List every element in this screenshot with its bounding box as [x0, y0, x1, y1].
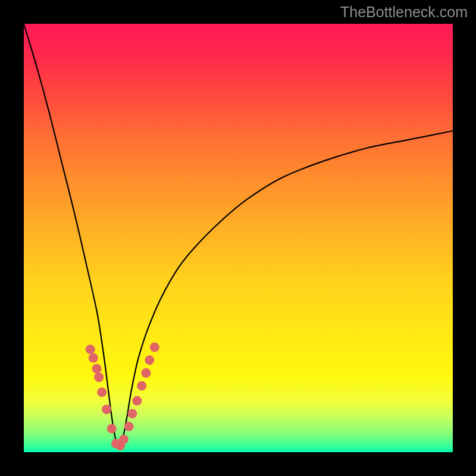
curve-marker — [137, 381, 146, 390]
curve-marker — [124, 422, 134, 431]
curve-marker — [150, 343, 159, 352]
curve-marker — [97, 387, 107, 397]
curve-marker — [86, 345, 95, 354]
bottleneck-curve-layer — [24, 24, 453, 452]
curve-marker — [102, 405, 111, 414]
curve-marker — [119, 434, 129, 444]
curve-marker — [141, 368, 151, 378]
plot-area — [24, 24, 453, 452]
curve-marker — [92, 364, 102, 374]
curve-marker — [127, 409, 137, 418]
chart-frame: TheBottleneck.com — [0, 0, 476, 476]
bottleneck-curve — [24, 24, 453, 448]
curve-marker — [107, 424, 117, 433]
curve-marker — [145, 355, 154, 365]
watermark-text: TheBottleneck.com — [340, 4, 468, 21]
curve-marker — [94, 372, 104, 382]
curve-marker-group — [86, 343, 159, 451]
curve-marker — [89, 353, 98, 363]
curve-marker — [132, 396, 142, 406]
